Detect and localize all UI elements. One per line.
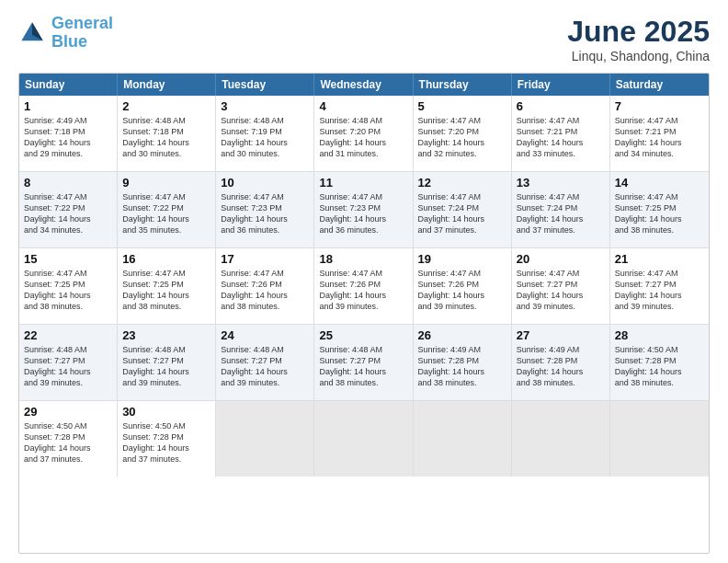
day-number-16: 16 bbox=[122, 252, 210, 266]
day-number-6: 6 bbox=[517, 99, 605, 113]
logo: General Blue bbox=[18, 15, 113, 52]
day-cell-26: 26Sunrise: 4:49 AMSunset: 7:28 PMDayligh… bbox=[414, 325, 512, 400]
day-info-14: Sunrise: 4:47 AMSunset: 7:25 PMDaylight:… bbox=[615, 191, 704, 236]
day-number-24: 24 bbox=[221, 328, 309, 342]
day-number-10: 10 bbox=[221, 176, 309, 190]
day-number-29: 29 bbox=[24, 405, 112, 419]
day-info-26: Sunrise: 4:49 AMSunset: 7:28 PMDaylight:… bbox=[418, 344, 506, 389]
day-cell-30: 30Sunrise: 4:50 AMSunset: 7:28 PMDayligh… bbox=[118, 401, 216, 477]
calendar-body: 1Sunrise: 4:49 AMSunset: 7:18 PMDaylight… bbox=[19, 96, 709, 477]
day-number-3: 3 bbox=[221, 99, 309, 113]
day-info-17: Sunrise: 4:47 AMSunset: 7:26 PMDaylight:… bbox=[221, 268, 309, 313]
page: General Blue June 2025 Linqu, Shandong, … bbox=[0, 0, 728, 563]
day-cell-2: 2Sunrise: 4:48 AMSunset: 7:18 PMDaylight… bbox=[118, 96, 216, 171]
calendar-row-3: 22Sunrise: 4:48 AMSunset: 7:27 PMDayligh… bbox=[19, 325, 709, 401]
day-cell-6: 6Sunrise: 4:47 AMSunset: 7:21 PMDaylight… bbox=[512, 96, 610, 171]
day-number-14: 14 bbox=[615, 176, 704, 190]
day-cell-3: 3Sunrise: 4:48 AMSunset: 7:19 PMDaylight… bbox=[216, 96, 314, 171]
day-number-8: 8 bbox=[24, 176, 112, 190]
calendar: SundayMondayTuesdayWednesdayThursdayFrid… bbox=[18, 73, 710, 554]
calendar-header: SundayMondayTuesdayWednesdayThursdayFrid… bbox=[19, 74, 709, 96]
day-number-17: 17 bbox=[221, 252, 309, 266]
day-info-27: Sunrise: 4:49 AMSunset: 7:28 PMDaylight:… bbox=[517, 344, 605, 389]
day-cell-21: 21Sunrise: 4:47 AMSunset: 7:27 PMDayligh… bbox=[610, 248, 709, 324]
header-day-wednesday: Wednesday bbox=[314, 74, 413, 96]
day-number-23: 23 bbox=[122, 328, 210, 342]
header-day-thursday: Thursday bbox=[414, 74, 512, 96]
day-cell-9: 9Sunrise: 4:47 AMSunset: 7:22 PMDaylight… bbox=[118, 172, 216, 247]
header: General Blue June 2025 Linqu, Shandong, … bbox=[18, 15, 710, 63]
day-info-10: Sunrise: 4:47 AMSunset: 7:23 PMDaylight:… bbox=[221, 191, 309, 236]
header-day-saturday: Saturday bbox=[610, 74, 709, 96]
calendar-row-4: 29Sunrise: 4:50 AMSunset: 7:28 PMDayligh… bbox=[19, 401, 709, 477]
header-day-tuesday: Tuesday bbox=[216, 74, 314, 96]
day-number-1: 1 bbox=[24, 99, 112, 113]
day-number-30: 30 bbox=[122, 405, 210, 419]
empty-cell-4-5 bbox=[512, 401, 610, 477]
day-number-27: 27 bbox=[517, 328, 605, 342]
main-title: June 2025 bbox=[567, 15, 710, 49]
day-info-3: Sunrise: 4:48 AMSunset: 7:19 PMDaylight:… bbox=[221, 115, 309, 160]
day-cell-25: 25Sunrise: 4:48 AMSunset: 7:27 PMDayligh… bbox=[314, 325, 413, 400]
day-cell-1: 1Sunrise: 4:49 AMSunset: 7:18 PMDaylight… bbox=[19, 96, 118, 171]
day-number-7: 7 bbox=[615, 99, 704, 113]
day-number-4: 4 bbox=[319, 99, 407, 113]
day-info-19: Sunrise: 4:47 AMSunset: 7:26 PMDaylight:… bbox=[418, 268, 506, 313]
day-cell-24: 24Sunrise: 4:48 AMSunset: 7:27 PMDayligh… bbox=[216, 325, 314, 400]
day-number-26: 26 bbox=[418, 328, 506, 342]
day-cell-14: 14Sunrise: 4:47 AMSunset: 7:25 PMDayligh… bbox=[610, 172, 709, 247]
calendar-row-2: 15Sunrise: 4:47 AMSunset: 7:25 PMDayligh… bbox=[19, 248, 709, 325]
header-day-friday: Friday bbox=[512, 74, 610, 96]
day-cell-8: 8Sunrise: 4:47 AMSunset: 7:22 PMDaylight… bbox=[19, 172, 118, 247]
day-number-15: 15 bbox=[24, 252, 112, 266]
day-info-16: Sunrise: 4:47 AMSunset: 7:25 PMDaylight:… bbox=[122, 268, 210, 313]
day-number-12: 12 bbox=[418, 176, 506, 190]
day-info-1: Sunrise: 4:49 AMSunset: 7:18 PMDaylight:… bbox=[24, 115, 112, 160]
day-info-9: Sunrise: 4:47 AMSunset: 7:22 PMDaylight:… bbox=[122, 191, 210, 236]
day-number-13: 13 bbox=[517, 176, 605, 190]
day-cell-11: 11Sunrise: 4:47 AMSunset: 7:23 PMDayligh… bbox=[314, 172, 413, 247]
day-info-25: Sunrise: 4:48 AMSunset: 7:27 PMDaylight:… bbox=[319, 344, 407, 389]
day-number-19: 19 bbox=[418, 252, 506, 266]
day-cell-22: 22Sunrise: 4:48 AMSunset: 7:27 PMDayligh… bbox=[19, 325, 118, 400]
subtitle: Linqu, Shandong, China bbox=[567, 49, 710, 63]
day-cell-17: 17Sunrise: 4:47 AMSunset: 7:26 PMDayligh… bbox=[216, 248, 314, 324]
day-info-30: Sunrise: 4:50 AMSunset: 7:28 PMDaylight:… bbox=[122, 420, 210, 465]
title-block: June 2025 Linqu, Shandong, China bbox=[567, 15, 710, 63]
logo-blue: Blue bbox=[51, 32, 87, 51]
day-number-22: 22 bbox=[24, 328, 112, 342]
empty-cell-4-2 bbox=[216, 401, 314, 477]
day-cell-16: 16Sunrise: 4:47 AMSunset: 7:25 PMDayligh… bbox=[118, 248, 216, 324]
day-info-8: Sunrise: 4:47 AMSunset: 7:22 PMDaylight:… bbox=[24, 191, 112, 236]
day-info-2: Sunrise: 4:48 AMSunset: 7:18 PMDaylight:… bbox=[122, 115, 210, 160]
day-number-21: 21 bbox=[615, 252, 704, 266]
day-info-18: Sunrise: 4:47 AMSunset: 7:26 PMDaylight:… bbox=[319, 268, 407, 313]
day-number-11: 11 bbox=[319, 176, 407, 190]
day-info-29: Sunrise: 4:50 AMSunset: 7:28 PMDaylight:… bbox=[24, 420, 112, 465]
day-number-20: 20 bbox=[517, 252, 605, 266]
logo-general: General bbox=[51, 14, 113, 32]
logo-text: General Blue bbox=[51, 15, 113, 52]
day-info-23: Sunrise: 4:48 AMSunset: 7:27 PMDaylight:… bbox=[122, 344, 210, 389]
day-info-4: Sunrise: 4:48 AMSunset: 7:20 PMDaylight:… bbox=[319, 115, 407, 160]
day-info-22: Sunrise: 4:48 AMSunset: 7:27 PMDaylight:… bbox=[24, 344, 112, 389]
day-number-2: 2 bbox=[122, 99, 210, 113]
day-cell-28: 28Sunrise: 4:50 AMSunset: 7:28 PMDayligh… bbox=[610, 325, 709, 400]
header-day-sunday: Sunday bbox=[19, 74, 118, 96]
day-cell-27: 27Sunrise: 4:49 AMSunset: 7:28 PMDayligh… bbox=[512, 325, 610, 400]
day-number-5: 5 bbox=[418, 99, 506, 113]
day-number-18: 18 bbox=[319, 252, 407, 266]
day-info-7: Sunrise: 4:47 AMSunset: 7:21 PMDaylight:… bbox=[615, 115, 704, 160]
day-info-13: Sunrise: 4:47 AMSunset: 7:24 PMDaylight:… bbox=[517, 191, 605, 236]
day-info-6: Sunrise: 4:47 AMSunset: 7:21 PMDaylight:… bbox=[517, 115, 605, 160]
logo-icon bbox=[18, 19, 46, 47]
day-info-12: Sunrise: 4:47 AMSunset: 7:24 PMDaylight:… bbox=[418, 191, 506, 236]
day-cell-13: 13Sunrise: 4:47 AMSunset: 7:24 PMDayligh… bbox=[512, 172, 610, 247]
day-cell-10: 10Sunrise: 4:47 AMSunset: 7:23 PMDayligh… bbox=[216, 172, 314, 247]
day-cell-5: 5Sunrise: 4:47 AMSunset: 7:20 PMDaylight… bbox=[414, 96, 512, 171]
day-info-24: Sunrise: 4:48 AMSunset: 7:27 PMDaylight:… bbox=[221, 344, 309, 389]
day-number-9: 9 bbox=[122, 176, 210, 190]
header-day-monday: Monday bbox=[118, 74, 216, 96]
day-cell-12: 12Sunrise: 4:47 AMSunset: 7:24 PMDayligh… bbox=[414, 172, 512, 247]
day-number-28: 28 bbox=[615, 328, 704, 342]
